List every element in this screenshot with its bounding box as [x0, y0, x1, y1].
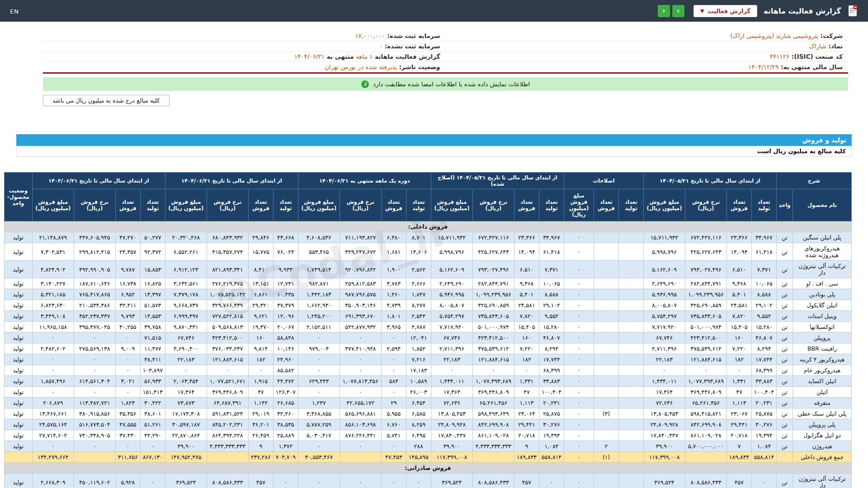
- value-cell: ۳۷۵,۵۳۹,۶۱۲: [472, 343, 514, 354]
- value-cell: ۱۶,۷۳۸: [115, 278, 140, 289]
- value-cell: ۰: [564, 452, 594, 463]
- column-subheader: نرخ فروش (ریال): [207, 189, 248, 221]
- product-status: تولید: [4, 278, 32, 289]
- value-cell: ۲,۰۶۳,۴۵۴: [165, 376, 207, 387]
- value-cell: ۸,۲۹۴: [751, 343, 776, 354]
- value-cell: ۲۰,۰۶۷: [273, 322, 298, 333]
- value-cell: ۹,۳۶۸: [514, 278, 539, 289]
- value-cell: [618, 398, 643, 408]
- value-cell: ۵۸,۸۴۸: [273, 333, 298, 343]
- product-status: تولید: [4, 441, 32, 452]
- value-cell: ۲۹,۸۴۶: [248, 232, 273, 243]
- value-cell: ۰: [298, 333, 340, 343]
- value-cell: ۲,۶۴۹,۶۹۰: [431, 278, 472, 289]
- value-cell: ۷۱۱,۱۹۳,۸۲۷: [340, 232, 381, 243]
- signed-info-banner: اطلاعات نمایش داده شده با اطلاعات امضا ش…: [43, 77, 848, 91]
- value-cell: [618, 278, 643, 289]
- value-cell: ۸,۰۰۵,۸۰۷: [431, 300, 472, 311]
- value-cell: ۴۷,۵۵۵: [115, 419, 140, 430]
- value-cell: ۳۸,۵۳۵: [273, 419, 298, 430]
- value-cell: ۵۰۱,۰۰۰,۹۷۴: [685, 322, 726, 333]
- value-cell: ۵۹۸,۴۹۳,۶۴۹: [472, 408, 514, 419]
- value-cell: ۰: [74, 387, 115, 398]
- value-cell: ۳۲۵,۶۹۰,۸۵۹: [472, 300, 514, 311]
- value-cell: ۱,۷۴۹,۵۱۴: [298, 261, 340, 278]
- value-cell: ۵۵۳,۴۶۵: [298, 243, 340, 261]
- value-cell: ۹۲۰,۷۹۶,۸۴۲: [340, 261, 381, 278]
- value-cell: ۱۶۰: [514, 333, 539, 343]
- language-toggle-en[interactable]: EN: [10, 8, 19, 15]
- value-cell: ۱,۴۶۰: [381, 289, 406, 300]
- amounts-note-tab[interactable]: کلیه مبالغ درج شده به میلیون ریال می باش…: [43, 95, 170, 106]
- value-cell: ۰: [539, 474, 564, 488]
- value-cell: ۱۸۲: [726, 354, 751, 365]
- value-cell: ۲۱,۱۴۸,۸۷۹: [32, 232, 74, 243]
- value-cell: ۵۵۸,۸۱۴: [751, 452, 776, 463]
- product-name: پروپیلن: [793, 333, 852, 343]
- value-cell: ۱,۲۴۵,۲۰۰: [298, 311, 340, 322]
- value-cell: ۹: [514, 441, 539, 452]
- value-cell: ۳۵۲,۲۳۷,۳۳۷: [74, 311, 115, 322]
- value-cell: [685, 452, 726, 463]
- value-cell: ۱۳,۸۰۵,۴۵۳: [431, 408, 472, 419]
- value-cell: ۱۸۲: [514, 354, 539, 365]
- value-cell: ۰: [564, 387, 594, 398]
- value-cell: ۵,۰۳۰,۴۱۷: [298, 430, 340, 441]
- report-type-dropdown[interactable]: گزارش فعالیت ▼: [693, 5, 757, 17]
- value-cell: ۸,۴۱۰: [248, 261, 273, 278]
- report-type-label: گزارش فعالیت: [708, 8, 750, 14]
- prev-report-button[interactable]: ‹: [658, 5, 670, 17]
- value-cell: ۸۰۸,۵۸۶,۴۳۳: [207, 474, 248, 488]
- value-cell: [618, 376, 643, 387]
- value-cell: ۰: [381, 474, 406, 488]
- value-cell: ۸۴۵,۲۰۲,۲۳۱: [207, 419, 248, 430]
- value-cell: [340, 452, 381, 463]
- value-cell: ۰: [564, 474, 594, 488]
- value-cell: ۰: [381, 333, 406, 343]
- value-cell: ۰: [165, 365, 207, 376]
- value-cell: ۵,۷۰۰,۰۰۰,۰۰۰: [685, 441, 726, 452]
- value-cell: ۰: [115, 441, 140, 452]
- value-cell: ۴۲۳,۴۱۲,۵۰۰: [685, 333, 726, 343]
- company-info-row: سال مالی منتهی به: ۱۴۰۴/۱۲/۲۹وضعیت ناشر:…: [43, 62, 848, 72]
- value-cell: ۹,۵۵۲: [751, 311, 776, 322]
- value-cell: ۸۴۲,۶۹۹,۹۰۸: [472, 419, 514, 430]
- company-info-field: وضعیت ناشر: پذیرفته شده در بورس تهران: [43, 62, 446, 72]
- value-cell: ۹,۷۸۷: [115, 261, 140, 278]
- product-name: اتیلن: [793, 387, 852, 398]
- value-cell: ۱۴,۶۰۶: [406, 243, 431, 261]
- value-cell: ۰: [472, 365, 514, 376]
- value-cell: ۴۵۷: [248, 474, 273, 488]
- product-name: هیدروکربورهای هیدروژنه شده: [793, 243, 852, 261]
- value-cell: ۹,۰۰۹: [115, 343, 140, 354]
- value-cell: ۰: [726, 365, 751, 376]
- product-status: تولید: [4, 333, 32, 343]
- value-cell: ۵,۹۳۶,۹۹۵: [643, 289, 685, 300]
- column-subheader: مبلغ فروش (میلیون ریال): [564, 189, 594, 221]
- value-cell: ۱,۰۹۹,۲۳۹,۹۵۶: [685, 289, 726, 300]
- value-cell: ۰: [74, 354, 115, 365]
- value-cell: ۳۶۹,۵۲۴: [643, 474, 685, 488]
- value-cell: ۰: [564, 261, 594, 278]
- value-cell: ۲,۴۸۲,۶۰۲: [32, 343, 74, 354]
- amounts-unit-note: کلیه مبالغ به میلیون ریال است: [16, 146, 852, 157]
- value-cell: ۲۹,۰۱۹: [248, 408, 273, 419]
- value-cell: ۰: [564, 322, 594, 333]
- product-name: پلی پروپیلن: [793, 419, 852, 430]
- value-cell: ۷,۳۷۱: [539, 261, 564, 278]
- company-info-field: سال مالی منتهی به: ۱۴۰۴/۱۲/۲۹: [446, 62, 849, 72]
- value-cell: ۱,۰۷۷,۵۲۱,۶۷۱: [207, 376, 248, 387]
- value-cell: ۰: [298, 387, 340, 398]
- value-cell: ۰: [340, 474, 381, 488]
- value-cell: ۲۳,۳۶۶: [726, 232, 751, 243]
- column-subheader: مبلغ فروش (میلیون ریال): [643, 189, 685, 221]
- value-cell: ۸,۲۷۷: [406, 300, 431, 311]
- next-report-button[interactable]: ›: [672, 5, 684, 17]
- value-cell: [594, 354, 618, 365]
- product-name: اتوکسیلاتها: [793, 322, 852, 333]
- value-cell: ۰: [564, 232, 594, 243]
- value-cell: ۴,۴۳۳,۳۳۳,۳۳۳: [472, 441, 514, 452]
- value-cell: ۷,۸۲۰: [726, 311, 751, 322]
- value-cell: ۱,۶۸۱: [381, 243, 406, 261]
- value-cell: ۱۷,۸۴۰,۴۴۷: [431, 430, 472, 441]
